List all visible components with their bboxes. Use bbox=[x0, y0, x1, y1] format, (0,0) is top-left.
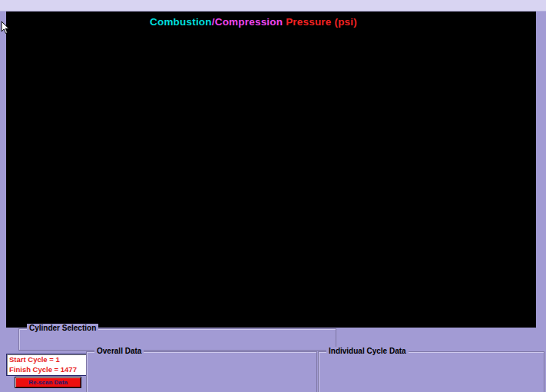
overall-data-group: Overall Data bbox=[86, 351, 317, 392]
individual-cycle-data-title: Individual Cycle Data bbox=[326, 347, 409, 355]
overall-data-title: Overall Data bbox=[94, 347, 144, 355]
mouse-cursor bbox=[1, 21, 10, 35]
finish-cycle-text: Finish Cycle = 1477 bbox=[9, 364, 87, 374]
chart-panel: Combustion/Compression Pressure (psi) bbox=[6, 12, 536, 328]
individual-cycle-data-group: Individual Cycle Data bbox=[318, 351, 544, 392]
rescan-data-button[interactable]: Re-scan Data bbox=[15, 377, 81, 388]
cylinder-selection-group: Cylinder Selection bbox=[18, 328, 336, 351]
app-window: Combustion/Compression Pressure (psi) Cy… bbox=[0, 0, 546, 392]
start-cycle-text: Start Cycle = 1 bbox=[9, 354, 87, 364]
menu-bar bbox=[0, 0, 546, 12]
cycle-range-box: Start Cycle = 1 Finish Cycle = 1477 bbox=[6, 354, 88, 376]
cylinder-selection-title: Cylinder Selection bbox=[27, 324, 98, 332]
pressure-chart bbox=[6, 12, 536, 328]
